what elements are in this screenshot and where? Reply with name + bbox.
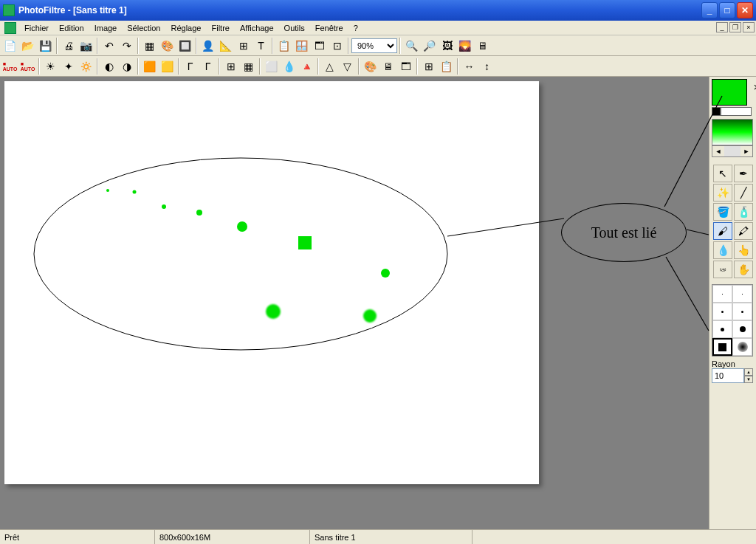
toolbar-button[interactable]: 🔎 xyxy=(421,37,438,54)
clone-tool[interactable]: ⎃ xyxy=(713,261,732,278)
toolbar-button[interactable]: ↷ xyxy=(118,37,135,54)
default-colors[interactable] xyxy=(712,107,754,116)
toolbar-button[interactable]: 🗔 xyxy=(397,58,414,75)
toolbar-button[interactable]: 📋 xyxy=(275,37,292,54)
canvas[interactable] xyxy=(4,81,539,484)
toolbar-button[interactable]: 📂 xyxy=(19,37,36,54)
swap-colors-icon[interactable]: ⤭ xyxy=(753,82,756,92)
annotation-text: Tout est lié xyxy=(591,224,657,241)
toolbar-button[interactable]: ✦ xyxy=(60,58,77,75)
toolbar-button[interactable]: 🗔 xyxy=(311,37,328,54)
radius-input[interactable] xyxy=(712,368,744,383)
zoom-select[interactable]: 90% xyxy=(351,38,397,53)
menu-outils[interactable]: Outils xyxy=(279,22,310,34)
menu-?[interactable]: ? xyxy=(348,22,363,34)
gradient-scroll-left[interactable]: ◄ xyxy=(712,146,724,156)
radius-spin-up[interactable]: ▲ xyxy=(744,368,753,376)
brush-blur-large[interactable] xyxy=(732,338,752,356)
toolbar-button[interactable]: 📋 xyxy=(438,58,455,75)
fill-tool[interactable]: 🪣 xyxy=(713,203,732,221)
toolbar-main: 📄📂💾🖨📷↶↷▦🎨🔲👤📐⊞T📋🪟🗔⊡ 90% 🔍🔎🖼🌄🖥 xyxy=(0,35,756,56)
brush-5px-round[interactable] xyxy=(712,320,732,338)
toolbar-button[interactable]: ↔ xyxy=(461,58,478,75)
eyedropper-tool[interactable]: ✒ xyxy=(734,165,753,182)
advanced-brush-tool[interactable]: 🖍 xyxy=(734,222,753,240)
toolbar-button[interactable]: △ xyxy=(321,58,338,75)
toolbar-button[interactable]: 💾 xyxy=(37,37,54,54)
toolbar-button[interactable]: ◑ xyxy=(118,58,135,75)
toolbar-button[interactable]: Γ xyxy=(182,58,199,75)
foreground-color[interactable] xyxy=(712,79,747,106)
brush-1px-round[interactable] xyxy=(712,285,732,303)
wand-tool[interactable]: ✨ xyxy=(713,184,732,202)
toolbar-button[interactable]: ■AUTO xyxy=(1,58,18,75)
toolbar-button[interactable]: ■AUTO xyxy=(19,58,36,75)
toolbar-button[interactable]: 📄 xyxy=(1,37,18,54)
brush-8px-round[interactable] xyxy=(732,320,752,338)
close-button[interactable]: ✕ xyxy=(737,2,753,18)
toolbar-button[interactable]: ↕ xyxy=(478,58,495,75)
toolbar-button[interactable]: ▽ xyxy=(339,58,356,75)
toolbar-button[interactable]: 📷 xyxy=(78,37,94,54)
status-ready: Prêt xyxy=(0,530,155,544)
toolbar-button[interactable]: 🔲 xyxy=(176,37,193,54)
minimize-button[interactable]: _ xyxy=(701,2,718,18)
mdi-minimize-button[interactable]: _ xyxy=(716,22,728,32)
toolbar-button[interactable]: 💧 xyxy=(281,58,298,75)
toolbar-button[interactable]: 🔺 xyxy=(298,58,315,75)
color-gradient[interactable] xyxy=(712,119,753,145)
brush-1px-square[interactable] xyxy=(732,285,752,303)
spray-tool[interactable]: 🧴 xyxy=(734,203,753,221)
toolbar-button[interactable]: 🔅 xyxy=(78,58,94,75)
toolbar-button[interactable]: 🎨 xyxy=(362,58,379,75)
radius-spin-down[interactable]: ▼ xyxy=(744,376,753,383)
menu-image[interactable]: Image xyxy=(89,22,123,34)
toolbar-button[interactable]: ⊡ xyxy=(329,37,346,54)
menu-filtre[interactable]: Filtre xyxy=(206,22,234,34)
menu-edition[interactable]: Edition xyxy=(54,22,89,34)
toolbar-button[interactable]: 🟧 xyxy=(141,58,158,75)
toolbar-button[interactable]: 🖨 xyxy=(60,37,77,54)
menu-sélection[interactable]: Sélection xyxy=(122,22,165,34)
menu-affichage[interactable]: Affichage xyxy=(235,22,279,34)
toolbar-button[interactable]: ⊞ xyxy=(222,58,239,75)
toolbar-button[interactable]: 👤 xyxy=(199,37,216,54)
toolbar-button[interactable]: Γ xyxy=(199,58,216,75)
toolbar-button[interactable]: 🌄 xyxy=(456,37,473,54)
pointer-tool[interactable]: ↖ xyxy=(713,165,732,182)
gradient-scroll-right[interactable]: ► xyxy=(740,146,752,156)
toolbar-button[interactable]: 🎨 xyxy=(159,37,176,54)
toolbar-button[interactable]: 🖥 xyxy=(474,37,491,54)
toolbar-button[interactable]: 📐 xyxy=(217,37,234,54)
toolbar-button[interactable]: 🟨 xyxy=(159,58,176,75)
mdi-close-button[interactable]: × xyxy=(743,22,755,32)
toolbar-button[interactable]: 🪟 xyxy=(293,37,310,54)
menu-réglage[interactable]: Réglage xyxy=(166,22,207,34)
mdi-restore-button[interactable]: ❐ xyxy=(729,22,741,32)
toolbar-button[interactable]: ⊞ xyxy=(420,58,437,75)
maximize-button[interactable]: □ xyxy=(719,2,735,18)
toolbar-button[interactable]: ▦ xyxy=(240,58,257,75)
menu-fenêtre[interactable]: Fenêtre xyxy=(310,22,348,34)
brush-tool[interactable]: 🖌 xyxy=(713,222,732,240)
gradient-scroll[interactable]: ◄ ► xyxy=(712,145,753,157)
toolbar-button[interactable]: ⬜ xyxy=(263,58,280,75)
toolbar-button[interactable]: ▦ xyxy=(141,37,158,54)
menu-fichier[interactable]: Fichier xyxy=(19,22,54,34)
brush-square-large[interactable] xyxy=(712,338,732,356)
toolbar-button[interactable]: 🔍 xyxy=(403,37,420,54)
toolbar-button[interactable]: ⊞ xyxy=(235,37,252,54)
hand-tool[interactable]: ✋ xyxy=(734,261,753,278)
gradient-scroll-track[interactable] xyxy=(724,146,740,156)
toolbar-button[interactable]: T xyxy=(252,37,269,54)
blur-tool[interactable]: 💧 xyxy=(713,241,732,259)
brush-3px-square[interactable] xyxy=(732,303,752,320)
toolbar-button[interactable]: 🖼 xyxy=(439,37,456,54)
toolbar-button[interactable]: ↶ xyxy=(100,37,117,54)
toolbar-button[interactable]: ☀ xyxy=(42,58,59,75)
toolbar-button[interactable]: 🖥 xyxy=(379,58,396,75)
line-tool[interactable]: ╱ xyxy=(734,184,753,202)
toolbar-button[interactable]: ◐ xyxy=(100,58,117,75)
brush-3px-round[interactable] xyxy=(712,303,732,320)
smudge-tool[interactable]: 👆 xyxy=(734,241,753,259)
